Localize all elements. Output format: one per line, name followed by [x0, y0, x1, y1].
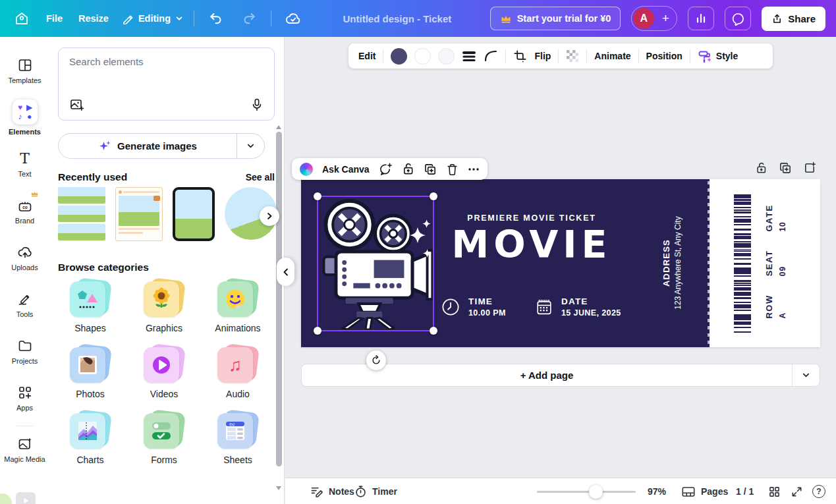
editing-mode-selector[interactable]: Editing — [122, 13, 183, 24]
generate-options-chevron[interactable] — [237, 134, 264, 158]
comment-add-icon[interactable] — [379, 162, 393, 176]
category-audio[interactable]: ♫ Audio — [217, 345, 259, 399]
scrollbar-up-arrow[interactable] — [276, 125, 281, 129]
search-input[interactable] — [69, 56, 254, 67]
ticket-eyebrow[interactable]: PREMIERE MOVIE TICKET — [446, 213, 617, 223]
category-photos[interactable]: Photos — [69, 345, 111, 399]
zoom-level[interactable]: 97% — [648, 478, 666, 504]
ticket-address[interactable]: ADDRESS 123 Anywhere St, Any City — [661, 216, 683, 309]
crown-icon — [500, 14, 512, 24]
app-shortcut-peek[interactable] — [16, 492, 36, 504]
insights-button[interactable] — [688, 7, 714, 30]
resize-handle-bottom-right[interactable] — [430, 327, 437, 335]
panel-collapse-button[interactable] — [277, 258, 294, 286]
design-title[interactable]: Untitled design - Ticket — [343, 13, 452, 24]
add-member-button[interactable]: + — [655, 9, 675, 28]
sidebar-item-brand[interactable]: co Brand — [0, 188, 49, 235]
delete-icon[interactable] — [446, 163, 459, 176]
lock-icon[interactable] — [402, 162, 414, 176]
ticket-date[interactable]: DATE 15 JUNE, 2025 — [535, 296, 621, 318]
category-videos[interactable]: Videos — [143, 345, 185, 399]
duplicate-icon[interactable] — [424, 163, 437, 176]
fullscreen-button[interactable] — [791, 478, 803, 504]
curve-line-icon[interactable] — [484, 49, 498, 63]
style-button[interactable]: Style — [698, 49, 738, 63]
file-menu[interactable]: File — [43, 9, 65, 28]
zoom-slider-thumb[interactable] — [589, 485, 603, 499]
selection-frame[interactable] — [317, 196, 434, 331]
clock-icon — [441, 297, 460, 317]
recent-element-tablet-frame[interactable] — [173, 187, 215, 241]
image-search-icon[interactable] — [69, 98, 84, 112]
ticket-time[interactable]: TIME 10.00 PM — [441, 296, 506, 318]
recent-element-post-frame[interactable] — [115, 187, 163, 241]
category-animations[interactable]: Animations — [215, 279, 260, 333]
comments-button[interactable] — [725, 7, 751, 30]
lock-page-icon[interactable] — [755, 161, 767, 175]
more-options-icon[interactable] — [468, 167, 480, 171]
rotate-handle[interactable] — [366, 350, 386, 370]
category-sheets[interactable]: f(x) Sheets — [217, 411, 259, 465]
category-shapes[interactable]: Shapes — [69, 279, 111, 333]
undo-button[interactable] — [205, 7, 227, 30]
see-all-link[interactable]: See all — [246, 172, 275, 182]
color-swatch-2[interactable] — [414, 48, 431, 65]
notes-button[interactable]: Notes — [310, 478, 354, 504]
stroke-weight-icon[interactable] — [462, 49, 476, 63]
color-swatch-3[interactable] — [438, 48, 455, 65]
duplicate-page-icon[interactable] — [779, 161, 792, 175]
divider — [558, 49, 559, 63]
resize-menu[interactable]: Resize — [76, 9, 111, 28]
sidebar-item-magic-media[interactable]: Magic Media — [0, 430, 49, 468]
crop-icon[interactable] — [513, 49, 527, 63]
flip-button[interactable]: Flip — [534, 51, 551, 61]
pages-button[interactable]: Pages — [681, 478, 728, 504]
sidebar-item-apps[interactable]: Apps — [0, 375, 49, 422]
help-button[interactable]: ? — [812, 478, 825, 504]
generate-images-button[interactable]: Generate images — [58, 133, 265, 159]
avatar[interactable]: A — [633, 8, 654, 29]
microphone-icon[interactable] — [250, 98, 264, 112]
category-forms[interactable]: Forms — [143, 411, 185, 465]
sidebar-item-projects[interactable]: Projects — [0, 328, 49, 375]
uploads-icon — [17, 244, 33, 260]
sidebar-item-text[interactable]: T Text — [0, 141, 49, 188]
apps-icon — [17, 385, 33, 401]
ticket-stub[interactable]: ROWA SEAT09 GATE10 — [710, 179, 820, 347]
ticket-body[interactable]: PREMIERE MOVIE TICKET MOVIE TIME 10.00 P… — [301, 179, 710, 347]
pencil-icon — [122, 13, 134, 24]
design-page[interactable]: PREMIERE MOVIE TICKET MOVIE TIME 10.00 P… — [301, 179, 820, 347]
ask-canva-button[interactable]: Ask Canva — [322, 164, 370, 175]
add-page-icon[interactable] — [803, 161, 816, 175]
sidebar-item-templates[interactable]: Templates — [0, 47, 49, 94]
scrollbar-down-arrow[interactable] — [276, 486, 281, 490]
category-graphics[interactable]: Graphics — [143, 279, 185, 333]
share-button[interactable]: Share — [762, 7, 825, 31]
panel-scrollbar[interactable] — [276, 132, 282, 466]
resize-handle-top-right[interactable] — [430, 192, 437, 200]
edit-button[interactable]: Edit — [358, 51, 376, 61]
canva-ai-icon[interactable] — [300, 163, 313, 176]
animate-button[interactable]: Animate — [594, 51, 630, 61]
sidebar-item-uploads[interactable]: Uploads — [0, 235, 49, 281]
next-arrow-button[interactable] — [260, 206, 279, 226]
recent-element-strips[interactable] — [58, 187, 105, 242]
home-button[interactable] — [11, 7, 33, 30]
zoom-slider[interactable] — [537, 491, 634, 493]
resize-handle-bottom-left[interactable] — [314, 327, 321, 335]
transparency-icon[interactable] — [566, 49, 579, 63]
sidebar-item-elements[interactable]: ♥▶♪● Elements — [0, 94, 49, 141]
ticket-title[interactable]: MOVIE — [413, 223, 650, 266]
category-charts[interactable]: Charts — [69, 411, 111, 465]
grid-view-button[interactable] — [768, 478, 781, 504]
trial-button[interactable]: Start your trial for ¥0 — [490, 7, 621, 30]
sidebar-item-tools[interactable]: Tools — [0, 281, 49, 328]
generate-label: Generate images — [117, 140, 197, 152]
redo-button[interactable] — [238, 7, 260, 30]
resize-handle-top-left[interactable] — [314, 192, 321, 200]
add-page-options-chevron[interactable] — [792, 364, 820, 386]
position-button[interactable]: Position — [646, 51, 683, 61]
color-swatch-1[interactable] — [391, 48, 407, 65]
stub-fields[interactable]: ROWA SEAT09 GATE10 — [764, 204, 787, 318]
timer-button[interactable]: Timer — [354, 478, 397, 504]
